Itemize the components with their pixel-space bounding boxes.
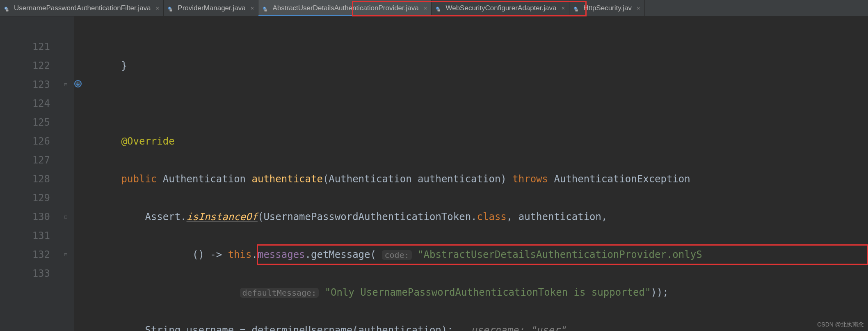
line-number: 124 [0,94,50,113]
line-number: 129 [0,188,50,207]
line-number: 133 [0,264,50,283]
svg-rect-14 [576,9,578,11]
editor-tab[interactable]: CUsernamePasswordAuthenticationFilter.ja… [0,0,164,16]
line-number: 128 [0,170,50,188]
java-class-icon: C [4,5,11,12]
line-number: 122 [0,56,50,75]
line-number: 132 [0,245,50,264]
fold-marker[interactable] [57,94,74,113]
fold-marker[interactable] [57,56,74,75]
svg-rect-11 [438,9,440,11]
editor-tabs: CUsernamePasswordAuthenticationFilter.ja… [0,0,868,16]
fold-column: ⊟⊟⊟ [57,16,74,331]
fold-marker[interactable] [57,37,74,56]
method-authenticate: authenticate [252,173,323,185]
close-icon[interactable]: × [634,5,640,11]
svg-rect-8 [265,9,267,11]
fold-marker[interactable]: ⊟ [57,245,74,264]
line-number [0,18,50,37]
line-number: 130 [0,207,50,226]
fold-marker[interactable]: ⊟ [57,75,74,94]
fold-marker[interactable] [57,226,74,245]
java-class-icon: C [263,5,270,12]
editor-tab[interactable]: CAbstractUserDetailsAuthenticationProvid… [258,0,432,16]
line-number: 125 [0,113,50,132]
svg-rect-2 [6,9,9,11]
line-number: 123 [0,75,50,94]
close-icon[interactable]: × [248,5,254,11]
code-area[interactable]: } @Override public Authentication authen… [74,16,868,331]
svg-rect-5 [170,9,172,11]
line-number: 127 [0,151,50,170]
fold-marker[interactable] [57,170,74,188]
line-gutter: 121122123124125126127128129130131132133 [0,16,57,331]
inline-value-username: username: "user" [471,324,566,331]
tab-label: WebSecurityConfigurerAdapter.java [445,4,556,12]
watermark-text: CSDN @北执南念 [817,321,864,329]
java-class-icon: C [573,5,581,12]
editor-tab[interactable]: CWebSecurityConfigurerAdapter.java× [432,0,569,16]
java-class-icon: C [168,5,175,12]
fold-marker[interactable] [57,113,74,132]
fold-marker[interactable] [57,18,74,37]
close-icon[interactable]: × [559,5,565,11]
param-hint-code: code: [382,250,411,260]
line-number: 131 [0,226,50,245]
override-annotation: @Override [121,136,175,147]
tab-label: AbstractUserDetailsAuthenticationProvide… [272,4,418,12]
code-editor[interactable]: 121122123124125126127128129130131132133 … [0,16,868,331]
line-number: 126 [0,132,50,151]
fold-marker[interactable] [57,188,74,207]
tab-label: HttpSecurity.jav [583,4,632,12]
tab-label: UsernamePasswordAuthenticationFilter.jav… [14,4,151,12]
editor-tab[interactable]: CProviderManager.java× [164,0,258,16]
editor-tab[interactable]: CHttpSecurity.jav× [569,0,645,16]
line-number: 121 [0,37,50,56]
java-class-icon: C [436,5,443,12]
fold-marker[interactable] [57,151,74,170]
fold-marker[interactable] [57,264,74,283]
fold-marker[interactable]: ⊟ [57,207,74,226]
fold-marker[interactable] [57,132,74,151]
param-hint-default: defaultMessage: [240,288,319,298]
close-icon[interactable]: × [421,5,427,11]
close-icon[interactable]: × [153,5,160,11]
tab-label: ProviderManager.java [178,4,245,12]
